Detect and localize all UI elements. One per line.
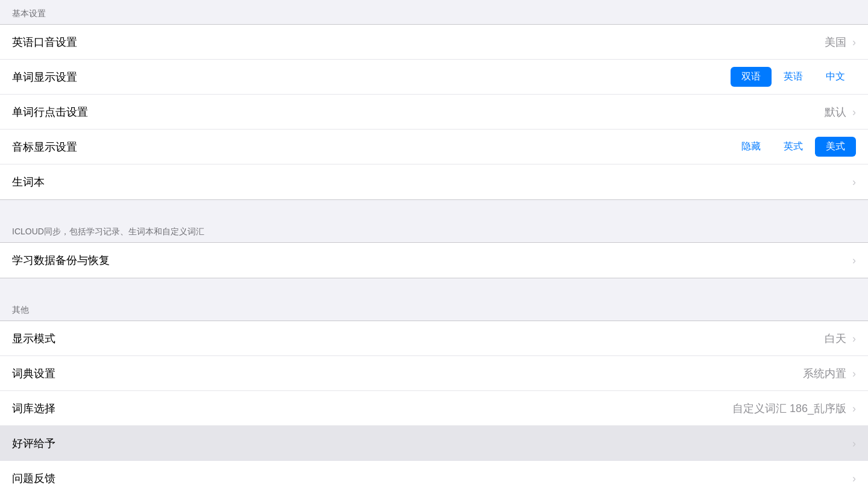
word-display-row: 单词显示设置 双语 英语 中文 [0,60,868,95]
seg-bilingual[interactable]: 双语 [731,67,772,87]
feedback-label: 问题反馈 [12,471,55,486]
dictionary-settings-right: 系统内置 › [803,366,856,381]
seg-british[interactable]: 英式 [773,137,814,157]
backup-restore-chevron: › [852,255,856,266]
english-accent-chevron: › [852,37,856,48]
word-click-chevron: › [852,107,856,117]
other-group: 显示模式 白天 › 词典设置 系统内置 › 词库选择 自定义词汇 186_乱序版… [0,321,868,488]
display-mode-value: 白天 [825,331,846,346]
phonetic-display-right: 隐藏 英式 美式 [731,137,856,157]
backup-restore-right: › [852,255,856,266]
english-accent-value: 美国 [825,35,846,49]
good-review-row[interactable]: 好评给予 › [0,426,868,461]
english-accent-row[interactable]: 英语口音设置 美国 › [0,25,868,60]
word-click-value: 默认 [825,105,846,119]
good-review-right: › [852,438,856,449]
phonetic-display-row: 音标显示设置 隐藏 英式 美式 [0,130,868,164]
display-mode-chevron: › [852,333,856,344]
feedback-chevron: › [852,473,856,484]
english-accent-label: 英语口音设置 [12,35,77,49]
good-review-chevron: › [852,438,856,449]
backup-restore-row[interactable]: 学习数据备份与恢复 › [0,243,868,278]
display-mode-row[interactable]: 显示模式 白天 › [0,321,868,356]
dictionary-settings-row[interactable]: 词典设置 系统内置 › [0,356,868,391]
other-header: 其他 [0,296,868,321]
seg-hide[interactable]: 隐藏 [731,137,772,157]
wordbank-select-value: 自定义词汇 186_乱序版 [732,401,846,416]
backup-restore-label: 学习数据备份与恢复 [12,253,110,267]
basic-settings-group: 英语口音设置 美国 › 单词显示设置 双语 英语 中文 单词行点击设置 默认 ›… [0,24,868,200]
icloud-header: ICLOUD同步，包括学习记录、生词本和自定义词汇 [0,218,868,242]
dictionary-settings-value: 系统内置 [803,366,846,381]
display-mode-label: 显示模式 [12,331,55,346]
wordbank-select-right: 自定义词汇 186_乱序版 › [732,401,856,416]
vocabulary-right: › [852,177,856,187]
feedback-row[interactable]: 问题反馈 › [0,461,868,488]
dictionary-settings-chevron: › [852,368,856,379]
spacer-2 [0,278,868,296]
word-click-label: 单词行点击设置 [12,105,88,119]
seg-english[interactable]: 英语 [773,67,814,87]
good-review-label: 好评给予 [12,436,55,451]
vocabulary-label: 生词本 [12,175,45,189]
vocabulary-row[interactable]: 生词本 › [0,164,868,199]
seg-american[interactable]: 美式 [815,137,856,157]
wordbank-select-label: 词库选择 [12,401,55,416]
word-display-right: 双语 英语 中文 [731,67,856,87]
vocabulary-chevron: › [852,177,856,187]
word-display-segmented: 双语 英语 中文 [731,67,856,87]
wordbank-select-row[interactable]: 词库选择 自定义词汇 186_乱序版 › [0,391,868,426]
word-click-right: 默认 › [825,105,856,119]
english-accent-right: 美国 › [825,35,856,49]
icloud-group: 学习数据备份与恢复 › [0,242,868,278]
phonetic-segmented: 隐藏 英式 美式 [731,137,856,157]
word-display-label: 单词显示设置 [12,70,77,84]
phonetic-display-label: 音标显示设置 [12,140,77,154]
seg-chinese[interactable]: 中文 [815,67,856,87]
spacer-1 [0,200,868,218]
basic-settings-header: 基本设置 [0,0,868,24]
display-mode-right: 白天 › [825,331,856,346]
word-click-row[interactable]: 单词行点击设置 默认 › [0,95,868,130]
dictionary-settings-label: 词典设置 [12,366,55,381]
wordbank-select-chevron: › [852,403,856,414]
feedback-right: › [852,473,856,484]
